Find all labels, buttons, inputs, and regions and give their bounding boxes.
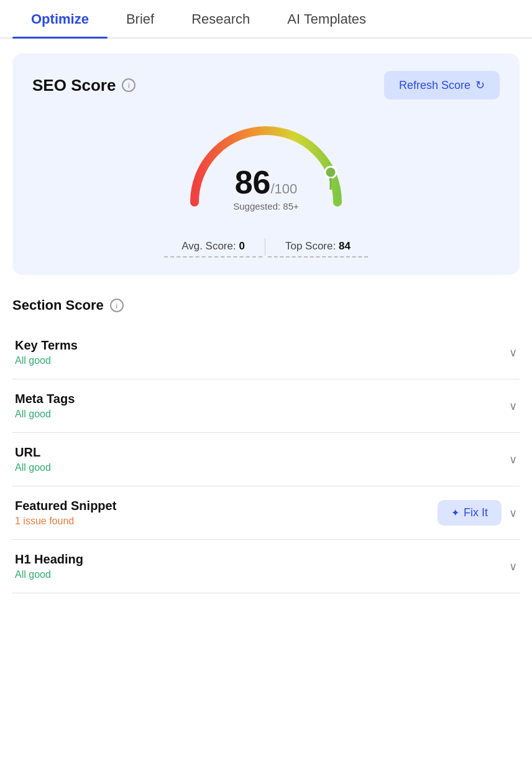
section-item-key-terms-left: Key Terms All good	[15, 338, 509, 366]
url-status: All good	[15, 462, 509, 473]
meta-tags-chevron[interactable]: ∨	[509, 399, 517, 413]
key-terms-status: All good	[15, 355, 509, 366]
section-item-meta-tags-left: Meta Tags All good	[15, 392, 509, 420]
score-stats: Avg. Score: 0 Top Score: 84	[32, 236, 500, 257]
avg-score-value: 0	[239, 240, 244, 252]
seo-score-info-icon[interactable]: i	[122, 78, 135, 92]
h1-heading-status: All good	[15, 569, 509, 580]
refresh-score-button[interactable]: Refresh Score ↻	[384, 71, 500, 100]
h1-heading-name: H1 Heading	[15, 552, 509, 567]
refresh-score-label: Refresh Score	[399, 79, 470, 92]
stats-divider	[265, 238, 265, 256]
avg-score-stat: Avg. Score: 0	[164, 236, 262, 257]
section-score-label: Section Score	[12, 297, 104, 313]
fix-it-label: Fix It	[464, 506, 488, 519]
top-score-value: 84	[339, 240, 351, 252]
top-score-stat: Top Score: 84	[268, 236, 368, 257]
featured-snippet-chevron[interactable]: ∨	[509, 506, 517, 520]
section-item-h1-heading-left: H1 Heading All good	[15, 552, 509, 580]
seo-score-label: SEO Score	[32, 76, 116, 95]
fix-it-button[interactable]: ✦ Fix It	[438, 500, 502, 526]
tab-navigation: Optimize Brief Research AI Templates	[0, 0, 532, 39]
key-terms-chevron[interactable]: ∨	[509, 346, 517, 359]
seo-score-title-group: SEO Score i	[32, 76, 135, 95]
h1-heading-chevron[interactable]: ∨	[509, 560, 517, 573]
seo-score-header: SEO Score i Refresh Score ↻	[32, 71, 500, 100]
avg-score-label: Avg. Score:	[181, 240, 236, 252]
gauge-score-display: 86/100 Suggested: 85+	[233, 166, 299, 211]
gauge-needle-dot	[325, 167, 336, 178]
section-item-key-terms: Key Terms All good ∨	[12, 326, 520, 379]
section-item-meta-tags-right: ∨	[509, 399, 517, 413]
tab-research[interactable]: Research	[173, 0, 268, 37]
url-name: URL	[15, 445, 509, 460]
gauge-score-number: 86/100	[233, 166, 299, 198]
meta-tags-status: All good	[15, 409, 509, 420]
section-item-meta-tags: Meta Tags All good ∨	[12, 379, 520, 433]
section-score-info-icon[interactable]: i	[110, 299, 124, 312]
gauge-suggested: Suggested: 85+	[233, 201, 299, 211]
section-item-featured-snippet-row: Featured Snippet 1 issue found ✦ Fix It …	[15, 499, 517, 527]
meta-tags-name: Meta Tags	[15, 392, 509, 406]
main-content: SEO Score i Refresh Score ↻	[0, 39, 532, 608]
section-item-url: URL All good ∨	[12, 433, 520, 486]
refresh-icon: ↻	[475, 78, 485, 92]
section-item-meta-tags-row: Meta Tags All good ∨	[15, 392, 517, 420]
section-score-section: Section Score i Key Terms All good ∨ Met…	[12, 297, 520, 593]
gauge-container: 86/100 Suggested: 85+	[32, 106, 500, 224]
section-item-url-right: ∨	[509, 453, 517, 466]
gauge-number: 86	[235, 164, 271, 200]
gauge-out-of: /100	[271, 181, 298, 197]
section-item-url-left: URL All good	[15, 445, 509, 473]
section-item-featured-snippet-left: Featured Snippet 1 issue found	[15, 499, 438, 527]
section-item-h1-heading-right: ∨	[509, 560, 517, 573]
top-score-label: Top Score:	[285, 240, 336, 252]
key-terms-name: Key Terms	[15, 338, 509, 353]
section-item-key-terms-row: Key Terms All good ∨	[15, 338, 517, 366]
section-item-featured-snippet: Featured Snippet 1 issue found ✦ Fix It …	[12, 486, 520, 540]
seo-score-card: SEO Score i Refresh Score ↻	[12, 53, 520, 275]
tab-optimize[interactable]: Optimize	[12, 0, 108, 37]
section-score-title-group: Section Score i	[12, 297, 520, 313]
gauge-svg: 86/100 Suggested: 85+	[167, 106, 365, 224]
section-item-featured-snippet-right: ✦ Fix It ∨	[438, 500, 517, 526]
section-item-h1-heading: H1 Heading All good ∨	[12, 540, 520, 593]
section-item-key-terms-right: ∨	[509, 346, 517, 359]
featured-snippet-status: 1 issue found	[15, 516, 438, 527]
featured-snippet-name: Featured Snippet	[15, 499, 438, 513]
tab-ai-templates[interactable]: AI Templates	[268, 0, 385, 37]
fix-it-icon: ✦	[451, 507, 459, 519]
url-chevron[interactable]: ∨	[509, 453, 517, 466]
section-item-url-row: URL All good ∨	[15, 445, 517, 473]
tab-brief[interactable]: Brief	[108, 0, 173, 37]
section-item-h1-heading-row: H1 Heading All good ∨	[15, 552, 517, 580]
